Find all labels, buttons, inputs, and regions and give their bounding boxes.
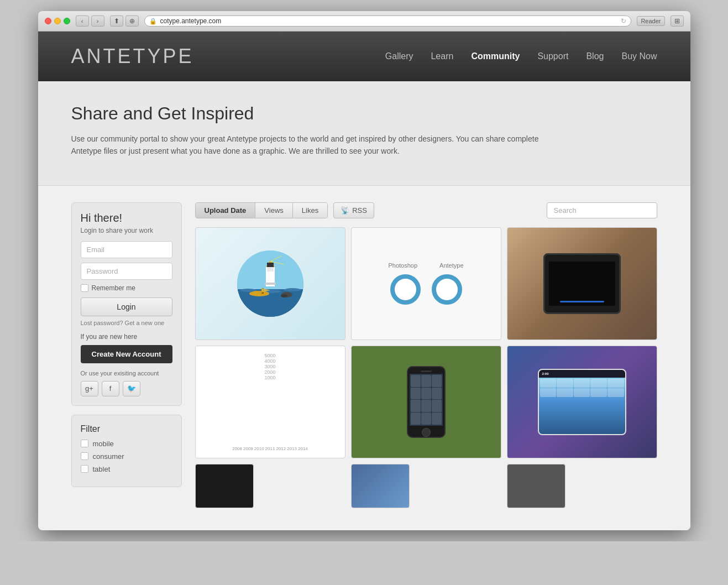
site-wrapper: ANTETYPE Gallery Learn Community Support… (38, 32, 690, 530)
lighthouse-illustration (237, 250, 303, 317)
main-content: Hi there! Login to share your work Remem… (38, 186, 690, 530)
nav-gallery[interactable]: Gallery (385, 51, 413, 61)
sidebar: Hi there! Login to share your work Remem… (71, 202, 182, 487)
maximize-btn[interactable] (64, 18, 70, 24)
filter-mobile-checkbox[interactable] (81, 440, 88, 447)
forward-button[interactable]: › (91, 15, 104, 27)
reader-button[interactable]: Reader (637, 16, 664, 26)
gallery-item-blue[interactable] (351, 464, 410, 508)
facebook-button[interactable]: f (102, 381, 119, 396)
login-button[interactable]: Login (81, 297, 172, 316)
remember-row: Remember me (81, 284, 172, 292)
chart-bars (267, 383, 274, 445)
filter-consumer-label: consumer (93, 452, 124, 461)
browser-window: ‹ › ⬆ ⊕ 🔒 cotype.antetype.com ↻ Reader ⊞… (38, 11, 690, 530)
filter-box: Filter mobile consumer tablet (71, 415, 182, 487)
filter-tablet: tablet (81, 465, 172, 473)
rss-label: RSS (352, 206, 367, 215)
nav-community[interactable]: Community (471, 51, 520, 61)
app-icon-3 (432, 375, 442, 387)
create-account-button[interactable]: Create New Account (81, 345, 172, 363)
app-icon-12 (432, 412, 442, 425)
login-subtitle: Login to share your work (81, 227, 172, 234)
filter-consumer: consumer (81, 452, 172, 461)
gallery-item-tablet[interactable] (507, 227, 657, 340)
tab-likes[interactable]: Likes (293, 203, 327, 218)
google-plus-button[interactable]: g+ (81, 381, 98, 396)
svg-rect-6 (267, 267, 274, 271)
s-app-4 (590, 379, 607, 388)
reload-icon[interactable]: ↻ (621, 17, 626, 25)
photoshop-ring (390, 274, 421, 305)
email-field[interactable] (81, 241, 172, 258)
s-app-6 (540, 388, 557, 397)
svg-point-16 (281, 294, 287, 297)
axis-2011: 2011 (265, 446, 275, 451)
search-input[interactable] (547, 202, 657, 218)
url-text: cotype.antetype.com (160, 17, 222, 25)
nav-blog[interactable]: Blog (586, 51, 604, 61)
address-bar[interactable]: 🔒 cotype.antetype.com ↻ (144, 15, 632, 27)
hero-section: Share and Get Inspired Use our community… (38, 81, 690, 186)
s-app-5 (607, 379, 624, 388)
close-btn[interactable] (45, 18, 51, 24)
rss-button[interactable]: 📡 RSS (333, 202, 374, 218)
svg-rect-1 (237, 289, 303, 317)
remember-label: Remember me (92, 284, 135, 292)
ssl-icon: 🔒 (149, 18, 157, 25)
share-button[interactable]: ⬆ (110, 15, 123, 27)
app-icon-8 (421, 400, 431, 412)
gallery-item-samsung[interactable]: 2:00 (507, 346, 657, 458)
filter-tablet-checkbox[interactable] (81, 465, 88, 473)
svg-point-12 (249, 291, 269, 296)
comparison-circles (390, 274, 462, 305)
gallery-item-chart[interactable]: 50004000300020001000 2008 (195, 346, 345, 458)
tablet-device (543, 253, 621, 314)
phone-home-button (422, 428, 431, 437)
axis-2010: 2010 (254, 446, 264, 451)
svg-point-4 (284, 288, 301, 291)
photoshop-label: Photoshop (388, 262, 417, 269)
samsung-time: 2:00 (542, 372, 549, 375)
app-icon-7 (411, 400, 421, 412)
tab-views[interactable]: Views (255, 203, 292, 218)
site-header: ANTETYPE Gallery Learn Community Support… (38, 32, 690, 81)
filter-tablet-label: tablet (93, 465, 111, 473)
login-box: Hi there! Login to share your work Remem… (71, 202, 182, 406)
back-button[interactable]: ‹ (76, 15, 89, 27)
s-app-7 (557, 388, 573, 397)
gallery-item-gray[interactable] (507, 464, 566, 508)
svg-rect-7 (265, 283, 276, 285)
phone-device (407, 366, 446, 438)
tab-upload-date[interactable]: Upload Date (196, 203, 256, 218)
s-app-2 (557, 379, 573, 388)
lost-password-link[interactable]: Lost password? Get a new one (81, 320, 172, 326)
nav-support[interactable]: Support (537, 51, 568, 61)
gallery-item-lighthouse[interactable] (195, 227, 345, 340)
password-field[interactable] (81, 263, 172, 280)
bookmark-button[interactable]: ⊕ (125, 15, 139, 27)
phone-screen (410, 374, 443, 426)
filter-title: Filter (81, 424, 172, 434)
new-here-text: If you are new here (81, 333, 172, 341)
site-nav: Gallery Learn Community Support Blog Buy… (385, 51, 657, 61)
twitter-button[interactable]: 🐦 (123, 381, 140, 396)
gallery-item-phone[interactable] (351, 346, 501, 458)
gallery-item-dark[interactable] (195, 464, 254, 508)
remember-checkbox[interactable] (81, 284, 88, 292)
axis-2008: 2008 (232, 446, 242, 451)
samsung-status-bar: 2:00 (539, 370, 625, 378)
s-app-8 (574, 388, 590, 397)
nav-buynow[interactable]: Buy Now (621, 51, 657, 61)
comparison-labels: Photoshop Antetype (388, 262, 463, 269)
gallery-item-comparison[interactable]: Photoshop Antetype (351, 227, 501, 340)
extensions-button[interactable]: ⊞ (671, 15, 684, 27)
tablet-screen (549, 262, 615, 306)
nav-learn[interactable]: Learn (431, 51, 453, 61)
site-logo[interactable]: ANTETYPE (71, 45, 194, 68)
antetype-ring (432, 274, 462, 305)
antetype-label: Antetype (439, 262, 463, 269)
minimize-btn[interactable] (54, 18, 61, 24)
filter-consumer-checkbox[interactable] (81, 452, 88, 460)
axis-2012: 2012 (276, 446, 286, 451)
